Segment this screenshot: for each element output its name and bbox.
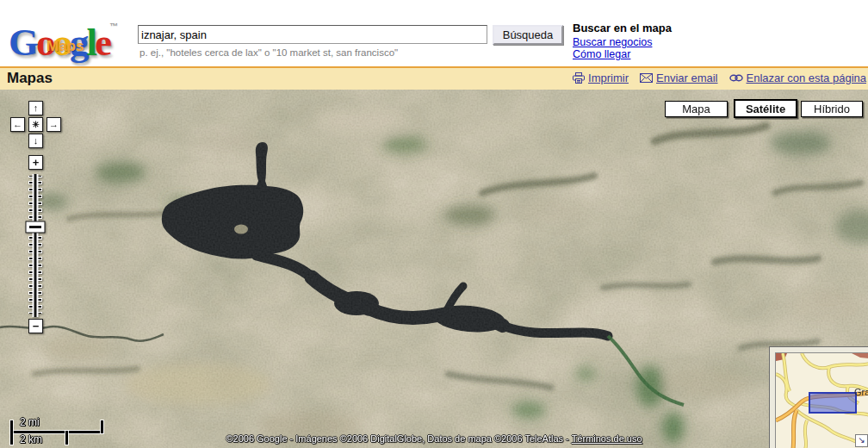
link-icon [729,74,743,82]
search-hint: p. ej., "hoteles cerca de lax" o "10 mar… [140,47,398,58]
logo-product-label: Maps [46,38,84,55]
zoom-slider[interactable] [25,172,46,320]
google-maps-logo[interactable]: Google™ Maps [9,0,138,60]
copyright-text: ©2006 Google - Imágenes ©2006 DigitalGlo… [226,433,571,444]
zoom-slider-handle[interactable] [26,221,45,233]
link-buscar-negocios[interactable]: Buscar negocios [573,36,672,48]
map-attribution: ©2006 Google - Imágenes ©2006 DigitalGlo… [226,433,642,444]
scale-bar-tick-left [10,420,13,445]
return-to-last-result-button[interactable]: ✳ [28,117,43,132]
trademark-symbol: ™ [109,22,118,31]
pan-left-button[interactable]: ← [10,117,25,132]
email-icon [640,73,653,83]
link-to-page-label: Enlazar con esta página [747,72,866,84]
satellite-view-button[interactable]: Satélite [734,99,797,118]
pan-up-button[interactable]: ↑ [28,101,43,115]
hybrid-view-button[interactable]: Híbrido [801,101,863,117]
terms-of-use-link[interactable]: Términos de uso [572,433,642,444]
logo-letter: l [87,21,96,64]
pan-down-button[interactable]: ↓ [28,134,43,148]
overview-minimap: Gra [769,346,868,448]
overview-map[interactable]: Gra [775,352,868,448]
overview-collapse-button[interactable]: ↘ [855,434,868,447]
search-mode-heading: Buscar en el mapa [573,22,672,34]
scale-bar-tick-km [65,431,68,445]
viewport-indicator[interactable] [809,392,857,414]
overview-place-label: Gra [854,387,868,397]
scale-miles-label: 2 mi [20,416,40,428]
search-button[interactable]: Búsqueda [493,25,563,45]
pan-right-button[interactable]: → [46,117,61,132]
header: Google™ Maps Búsqueda p. ej., "hoteles c… [0,0,868,66]
maps-toolbar: Mapas Imprimir Enviar email Enl [0,66,868,90]
map-canvas[interactable]: ↑ ← ✳ → ↓ + − Mapa Satélite Híbrido 2 mi… [0,90,868,448]
link-como-llegar[interactable]: Cómo llegar [573,48,672,60]
scale-bar-tick-miles [101,420,103,433]
satellite-imagery [0,90,868,448]
map-view-button[interactable]: Mapa [665,101,728,117]
toolbar-actions: Imprimir Enviar email Enlazar con esta p… [573,72,866,84]
email-label: Enviar email [656,72,718,84]
zoom-in-button[interactable]: + [28,155,43,170]
print-link[interactable]: Imprimir [573,72,629,84]
logo-letter: e [95,21,109,64]
search-mode-nav: Buscar en el mapa Buscar negocios Cómo l… [573,22,672,60]
email-link[interactable]: Enviar email [640,72,718,84]
page-title: Mapas [7,70,53,87]
zoom-out-button[interactable]: − [28,319,43,333]
scale-bar: 2 mi 2 km [10,415,114,446]
scale-km-label: 2 km [20,433,42,445]
search-input[interactable] [138,25,487,44]
link-to-page-link[interactable]: Enlazar con esta página [729,72,866,84]
logo-letter: G [9,21,36,64]
print-label: Imprimir [588,72,629,84]
printer-icon [573,72,585,84]
